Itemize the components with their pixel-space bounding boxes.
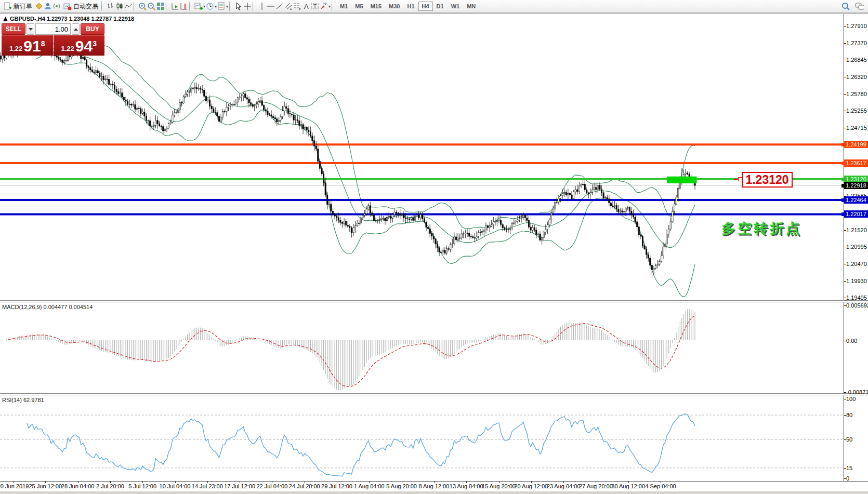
community-icon[interactable] — [43, 2, 52, 11]
date-label: 17 Jul 12:00 — [224, 483, 255, 489]
turning-point-annotation[interactable]: 多空转折点 — [721, 219, 802, 238]
fibonacci-icon[interactable]: F — [293, 2, 301, 11]
svg-text:E: E — [290, 7, 292, 10]
vertical-line-icon[interactable] — [257, 2, 266, 11]
timeframe-button-m30[interactable]: M30 — [385, 2, 403, 11]
toolbar-grip — [101, 2, 105, 11]
date-label: 20 Jun 2019 — [0, 483, 29, 489]
timeframe-button-mn[interactable]: MN — [463, 2, 479, 11]
buy-button[interactable]: BUY — [81, 23, 104, 35]
chart-shift-icon[interactable] — [179, 2, 188, 11]
autotrade-label: 自动交易 — [73, 2, 98, 11]
price-tick-label: 1.20470 — [846, 261, 867, 267]
timeframe-button-w1[interactable]: W1 — [448, 2, 464, 11]
timeframe-button-m15[interactable]: M15 — [367, 2, 385, 11]
rsi-tick-label: 80 — [846, 412, 852, 418]
date-label: 8 Aug 12:00 — [419, 483, 450, 489]
zoom-out-icon[interactable] — [147, 2, 156, 11]
new-order-icon — [3, 2, 12, 11]
price-level-label: 1.23617 — [844, 159, 868, 167]
autotrade-button[interactable]: 自动交易 — [61, 1, 100, 12]
text-icon[interactable]: A — [301, 2, 310, 11]
rsi-tick-label: 50 — [846, 436, 852, 443]
top-toolbar: 新订单 自动交易 ▾ ▾ — [0, 0, 868, 13]
triangle-up-icon — [74, 28, 78, 31]
sell-price-display[interactable]: 1.22 91 8 — [2, 35, 53, 56]
arrows-dropdown-caret[interactable]: ▾ — [328, 4, 331, 9]
macd-indicator-canvas[interactable] — [0, 302, 844, 393]
date-label: 27 Aug 20:00 — [579, 483, 613, 489]
sell-price-sup: 8 — [41, 39, 45, 48]
price-tick-label: 1.24715 — [846, 125, 867, 131]
ohlc-text: GBPUSD-,H4 1.22973 1.23048 1.22787 1.229… — [10, 16, 134, 22]
sell-price-big: 91 — [23, 38, 41, 54]
price-tick-label: 1.20995 — [846, 244, 867, 250]
rsi-indicator-canvas[interactable] — [0, 395, 844, 481]
price-tick-label: 1.27910 — [846, 23, 867, 29]
chart-ohlc-header: GBPUSD-,H4 1.22973 1.23048 1.22787 1.229… — [3, 16, 134, 22]
buy-price-small: 1.22 — [61, 45, 74, 52]
price-axis-line — [844, 14, 844, 481]
volume-decrease-button[interactable] — [27, 23, 34, 35]
buy-price-display[interactable]: 1.22 94 3 — [54, 35, 105, 56]
date-label: 30 Aug 12:00 — [611, 483, 645, 489]
candlestick-chart-canvas[interactable] — [0, 14, 844, 300]
price-level-label: 1.24199 — [844, 141, 868, 148]
date-label: 29 Jul 12:00 — [321, 483, 352, 489]
price-level-label: 1.22464 — [844, 196, 868, 204]
candlestick-chart-icon[interactable] — [115, 2, 124, 11]
timeframe-buttons: M1M5M15M30H1H4D1W1MN — [336, 2, 479, 11]
macd-tick-label: -0.008717 — [846, 389, 868, 395]
equidistant-channel-icon[interactable]: E — [284, 2, 293, 11]
toolbar-grip — [229, 2, 233, 11]
periods-icon[interactable] — [205, 2, 214, 11]
templates-icon[interactable] — [217, 2, 226, 11]
timeframe-button-h4[interactable]: H4 — [418, 2, 433, 11]
price-tick-label: 1.21520 — [846, 227, 867, 233]
rsi-splitter[interactable] — [0, 393, 868, 395]
price-tick-label: 1.19930 — [846, 278, 867, 284]
tile-windows-icon[interactable] — [156, 2, 165, 11]
svg-text:F: F — [299, 8, 301, 10]
text-label-icon[interactable]: T — [310, 2, 319, 11]
sell-button[interactable]: SELL — [2, 23, 25, 35]
price-tick-label: 1.19405 — [846, 295, 867, 301]
date-label: 5 Aug 20:00 — [386, 483, 417, 489]
volume-input[interactable] — [35, 23, 71, 35]
price-level-box[interactable]: 1.23120 — [742, 172, 793, 188]
crosshair-icon[interactable] — [243, 2, 252, 11]
horizontal-line-icon[interactable] — [266, 2, 275, 11]
toolbar-grip — [189, 2, 193, 11]
date-label: 23 Aug 04:00 — [547, 483, 581, 489]
new-order-button[interactable]: 新订单 — [1, 1, 34, 12]
date-label: 22 Jul 04:00 — [256, 483, 287, 489]
zoom-in-icon[interactable] — [138, 2, 147, 11]
arrows-icon[interactable] — [319, 2, 328, 11]
indicators-icon[interactable] — [194, 2, 203, 11]
timeframe-button-d1[interactable]: D1 — [433, 2, 448, 11]
date-label: 1 Aug 04:00 — [354, 483, 385, 489]
volume-increase-button[interactable] — [72, 23, 80, 35]
auto-scroll-icon[interactable] — [170, 2, 179, 11]
rsi-label: RSI(14) 62.9781 — [2, 397, 44, 403]
cursor-icon[interactable] — [234, 2, 243, 11]
macd-label: MACD(12,26,9) 0.004477 0.004514 — [2, 304, 93, 310]
date-label: 2 Jul 20:00 — [96, 483, 124, 489]
line-chart-icon[interactable] — [124, 2, 133, 11]
bar-chart-icon[interactable] — [106, 2, 115, 11]
signals-icon[interactable] — [52, 2, 61, 11]
search-icon[interactable] — [841, 2, 850, 11]
macd-tick-label: 0.00 — [846, 338, 857, 344]
timeframe-button-m1[interactable]: M1 — [336, 2, 351, 11]
timeframe-button-m5[interactable]: M5 — [351, 2, 366, 11]
chat-icon[interactable] — [855, 2, 864, 11]
price-tick-label: 1.27370 — [846, 40, 867, 46]
date-label: 14 Jul 23:00 — [192, 483, 223, 489]
symbol-direction-icon — [3, 17, 8, 21]
market-icon[interactable] — [34, 2, 43, 11]
macd-tick-label: 0.005692 — [846, 302, 868, 309]
timeframe-button-h1[interactable]: H1 — [403, 2, 418, 11]
macd-splitter[interactable] — [0, 300, 868, 302]
trendline-icon[interactable] — [275, 2, 284, 11]
templates-dropdown-caret[interactable]: ▾ — [226, 4, 228, 9]
